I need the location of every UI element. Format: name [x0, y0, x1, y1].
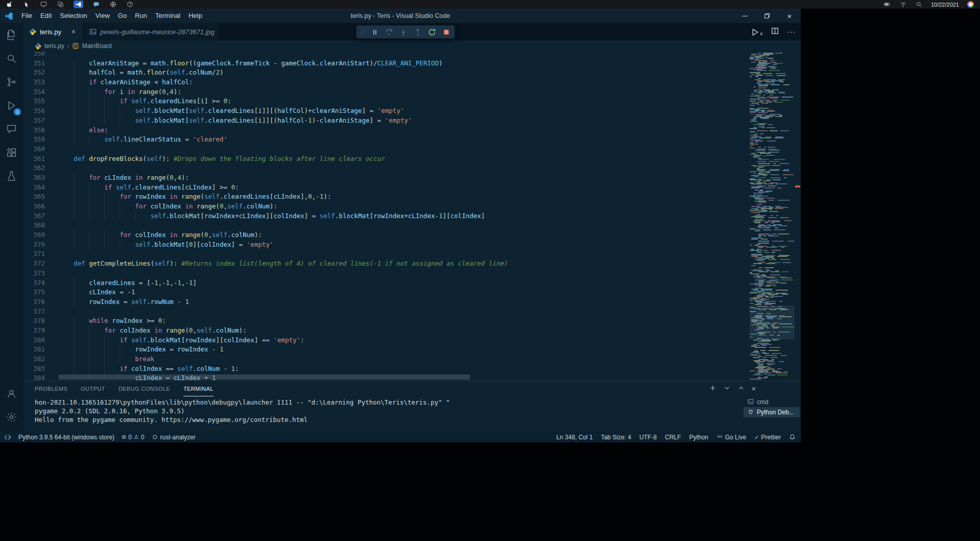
- code-line[interactable]: 366 for colIndex in range(0,self.colNum)…: [23, 202, 750, 211]
- code-line[interactable]: 383 if colIndex == self.colNum - 1:: [23, 364, 750, 374]
- breadcrumb-file[interactable]: teris.py: [44, 42, 64, 50]
- code-line[interactable]: 368: [23, 221, 750, 230]
- code-line[interactable]: 364 if self.clearedLines[cLIndex] >= 0:: [23, 183, 750, 193]
- code-line[interactable]: 360: [23, 145, 750, 154]
- cursor-icon[interactable]: [23, 1, 31, 8]
- run-python-file-button[interactable]: ∨: [750, 28, 763, 36]
- panel-tab-terminal[interactable]: TERMINAL: [183, 382, 213, 396]
- code-line[interactable]: 378 while rowIndex >= 0:: [23, 316, 750, 326]
- menu-help[interactable]: Help: [184, 9, 206, 23]
- problems-status[interactable]: ⊘ 0 ⚠ 0: [122, 434, 144, 441]
- search-icon[interactable]: [0, 46, 23, 70]
- code-line[interactable]: 367 self.blockMat[rowIndex+cLIndex][colI…: [23, 211, 750, 221]
- settings-gear-icon[interactable]: [0, 405, 23, 429]
- close-tab-icon[interactable]: ×: [69, 28, 78, 36]
- minimap[interactable]: [750, 52, 795, 381]
- code-line[interactable]: 357 self.blockMat[self.clearedLines[i]][…: [23, 116, 750, 126]
- source-control-icon[interactable]: [0, 70, 23, 93]
- code-line[interactable]: 374 clearedLines = [-1,-1,-1,-1]: [23, 278, 750, 288]
- vertical-scrollbar[interactable]: [795, 52, 801, 381]
- breadcrumb-symbol[interactable]: MainBoard: [82, 42, 112, 50]
- horizontal-scrollbar[interactable]: [59, 374, 470, 380]
- code-line[interactable]: 376 rowIndex = self.rowNum - 1: [23, 297, 750, 307]
- status-utf-8[interactable]: UTF-8: [639, 434, 657, 441]
- testing-icon[interactable]: [0, 164, 23, 187]
- restart-icon[interactable]: [427, 27, 437, 37]
- stop-icon[interactable]: [441, 27, 451, 37]
- apple-menu-icon[interactable]: [6, 1, 14, 8]
- status-python[interactable]: Python: [689, 434, 708, 441]
- code-line[interactable]: 362: [23, 163, 750, 173]
- devices-icon[interactable]: [57, 1, 64, 8]
- code-line[interactable]: 379 for colIndex in range(0,self.colNum)…: [23, 326, 750, 336]
- code-line[interactable]: 353 if clearAniStage < halfCol:: [23, 78, 750, 87]
- status-go-live[interactable]: Go Live: [716, 433, 746, 441]
- code-line[interactable]: 377: [23, 307, 750, 317]
- close-button[interactable]: ×: [778, 9, 801, 23]
- code-line[interactable]: 381 rowIndex = rowIndex - 1: [23, 345, 750, 355]
- terminal-list-item[interactable]: cmd: [744, 397, 800, 407]
- active-app-vscode-icon[interactable]: [74, 1, 83, 8]
- battery-icon[interactable]: [883, 1, 891, 8]
- pause-icon[interactable]: [370, 27, 380, 37]
- new-terminal-icon[interactable]: [709, 384, 716, 394]
- close-panel-icon[interactable]: ×: [752, 385, 756, 393]
- code-line[interactable]: 380 if self.blockMat[rowIndex][colIndex]…: [23, 336, 750, 345]
- menubar-date[interactable]: 10/22/2021: [931, 2, 959, 8]
- status-prettier[interactable]: ✓Prettier: [754, 434, 781, 441]
- code-line[interactable]: 375 cLIndex = -1: [23, 288, 750, 297]
- comments-icon[interactable]: [0, 117, 23, 140]
- launch-profile-chevron-icon[interactable]: [723, 384, 731, 394]
- code-line[interactable]: 369 for colIndex in range(0,self.colNum)…: [23, 230, 750, 240]
- code-line[interactable]: 373: [23, 269, 750, 278]
- menu-selection[interactable]: Selection: [56, 9, 91, 23]
- panel-tab-output[interactable]: OUTPUT: [81, 382, 105, 396]
- status-tab-size-4[interactable]: Tab Size: 4: [601, 434, 631, 441]
- minimize-button[interactable]: [733, 9, 756, 23]
- remote-indicator-icon[interactable]: [4, 434, 11, 441]
- explorer-icon[interactable]: [0, 23, 23, 46]
- help-icon[interactable]: [126, 1, 134, 8]
- code-line[interactable]: 370 self.blockMat[0][colIndex] = 'empty': [23, 240, 750, 250]
- status-ln-348-col-1[interactable]: Ln 348, Col 1: [556, 434, 592, 441]
- menu-view[interactable]: View: [91, 9, 114, 23]
- code-line[interactable]: 365 for rowIndex in range(self.clearedLi…: [23, 192, 750, 202]
- editor-tab-2[interactable]: pexels-guillaume-meurice-2873671.jpg: [83, 23, 220, 40]
- globe-icon[interactable]: [109, 1, 117, 8]
- python-interpreter-status[interactable]: Python 3.9.5 64-bit (windows store): [18, 434, 114, 441]
- code-line[interactable]: 356 self.blockMat[self.clearedLines[i]][…: [23, 106, 750, 116]
- panel-tab-debug-console[interactable]: DEBUG CONSOLE: [118, 382, 170, 396]
- code-line[interactable]: 352 halfCol = math.floor(self.colNum/2): [23, 68, 750, 78]
- code-line[interactable]: 350: [23, 52, 750, 59]
- code-line[interactable]: 359 self.lineClearStatus = 'cleared': [23, 135, 750, 145]
- menu-run[interactable]: Run: [131, 9, 151, 23]
- split-editor-icon[interactable]: [771, 27, 779, 37]
- clock-icon[interactable]: [967, 1, 974, 8]
- account-icon[interactable]: [0, 382, 23, 405]
- menu-terminal[interactable]: Terminal: [151, 9, 184, 23]
- display-icon[interactable]: [40, 1, 47, 8]
- extensions-icon[interactable]: [0, 140, 23, 164]
- code-editor[interactable]: 350351 clearAniStage = math.floor((gameC…: [23, 52, 801, 381]
- more-actions-icon[interactable]: ···: [787, 28, 796, 36]
- code-line[interactable]: 371: [23, 249, 750, 259]
- terminal-list-item[interactable]: Python Deb...: [744, 407, 800, 417]
- code-line[interactable]: 354 for i in range(0,4):: [23, 87, 750, 97]
- status-crlf[interactable]: CRLF: [665, 434, 681, 441]
- code-line[interactable]: 355 if self.clearedLines[i] >= 0:: [23, 97, 750, 106]
- wifi-icon[interactable]: [899, 1, 907, 8]
- menu-edit[interactable]: Edit: [36, 9, 56, 23]
- panel-tab-problems[interactable]: PROBLEMS: [35, 382, 67, 396]
- code-line[interactable]: 351 clearAniStage = math.floor((gameCloc…: [23, 59, 750, 68]
- spotlight-icon[interactable]: [915, 1, 923, 8]
- code-line[interactable]: 358 else:: [23, 126, 750, 135]
- code-line[interactable]: 361 def dropFreeBlocks(self): #Drops dow…: [23, 154, 750, 164]
- editor-tab-1[interactable]: teris.py×: [23, 23, 83, 40]
- code-line[interactable]: 372 def getCompleteLines(self): #Returns…: [23, 259, 750, 269]
- menu-file[interactable]: File: [17, 9, 36, 23]
- maximize-panel-icon[interactable]: [737, 384, 745, 394]
- minimap-slider[interactable]: [750, 305, 795, 339]
- code-line[interactable]: 382 break: [23, 355, 750, 364]
- restore-button[interactable]: [756, 9, 778, 23]
- menu-go[interactable]: Go: [114, 9, 131, 23]
